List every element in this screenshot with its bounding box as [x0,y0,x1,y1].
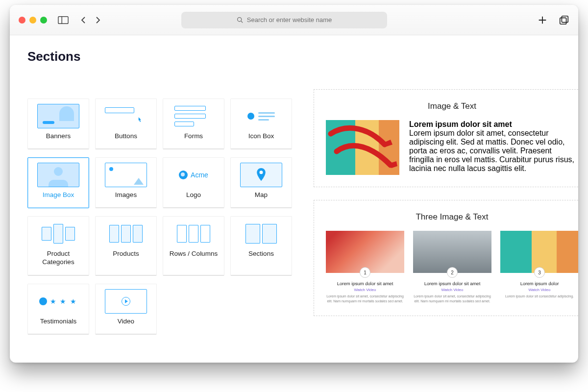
preview-image-placeholder: 3 [500,231,578,273]
tile-rows-columns[interactable]: Rows / Columns [163,216,224,276]
col-body: Lorem ipsum dolor sit amet, consectetur … [413,294,491,304]
page-content: Sections Banners Buttons Forms [10,35,578,363]
col-body: Lorem ipsum dolor sit amet, consectetur … [326,294,404,304]
tile-icon-box[interactable]: Icon Box [230,98,292,149]
tile-label: Image Box [43,191,74,199]
tile-banners[interactable]: Banners [27,98,89,149]
preview-title: Image & Text [326,101,578,111]
step-badge: 3 [534,267,545,278]
col-title: Lorem ipsum dolor [500,281,578,286]
tile-forms[interactable]: Forms [163,98,224,149]
col-title: Lorem ipsum dolor sit amet [326,281,404,286]
svg-point-2 [237,18,241,22]
close-window[interactable] [19,17,25,24]
tile-products[interactable]: Products [95,216,157,276]
preview-column: 3 Lorem ipsum dolor Watch Video Lorem ip… [500,231,578,304]
sidebar-toggle-icon[interactable] [58,16,69,24]
preview-three-image-text[interactable]: Three Image & Text 1 Lorem ipsum dolor s… [314,200,578,316]
svg-rect-7 [560,18,566,24]
buttons-icon [105,104,147,128]
maximize-window[interactable] [40,17,47,24]
preview-image-placeholder: 1 [326,231,404,273]
icon-box-icon [240,104,282,128]
col-link[interactable]: Watch Video [326,288,404,292]
sections-icon [240,221,282,246]
tile-product-categories[interactable]: Product Categories [27,216,89,276]
svg-line-3 [241,21,243,23]
col-link[interactable]: Watch Video [413,288,491,292]
product-categories-icon [37,221,79,246]
svg-point-8 [260,171,263,174]
preview-column: 1 Lorem ipsum dolor sit amet Watch Video… [326,231,404,304]
address-bar[interactable]: Search or enter website name [181,12,387,28]
preview-pane: Image & Text Lorem ipsum dolor sit amet … [314,35,578,363]
testimonials-icon: ★ ★ ★ [37,289,79,314]
step-badge: 1 [360,267,370,278]
tile-label: Rows / Columns [170,250,218,258]
preview-image-placeholder: 2 [413,231,491,273]
forward-button[interactable] [94,16,102,24]
browser-window: Search or enter website name Sections Ba… [10,5,578,363]
logo-icon: Acme [172,163,215,187]
browser-toolbar: Search or enter website name [10,5,578,35]
tile-label: Products [113,250,139,258]
tile-label: Logo [186,191,201,199]
tile-label: Map [255,191,268,199]
address-bar-placeholder: Search or enter website name [247,16,332,24]
preview-image-text[interactable]: Image & Text Lorem ipsum dolor sit amet … [314,89,578,187]
window-controls [19,17,47,24]
tile-label: Icon Box [248,132,274,141]
col-link[interactable]: Watch Video [500,288,578,292]
step-badge: 2 [447,267,458,278]
svg-rect-0 [58,16,68,24]
images-icon [105,163,147,187]
tile-label: Sections [248,250,274,258]
tile-buttons[interactable]: Buttons [95,98,157,149]
back-button[interactable] [79,16,87,24]
new-tab-button[interactable] [537,15,548,25]
nav-arrows [79,16,102,24]
preview-column: 2 Lorem ipsum dolor sit amet Watch Video… [413,231,491,304]
preview-image-placeholder [326,120,399,175]
col-body: Lorem ipsum dolor sit consectetur adipis… [500,294,578,299]
tile-label: Testimonials [40,318,76,326]
search-icon [237,17,243,23]
preview-body: Lorem ipsum dolor sit amet, consectetur … [409,129,578,173]
tile-map[interactable]: Map [230,157,292,208]
rows-columns-icon [172,221,215,246]
tile-video[interactable]: Video [95,284,157,335]
col-title: Lorem ipsum dolor sit amet [413,281,491,286]
svg-rect-6 [562,16,568,22]
tile-label: Product Categories [31,250,86,267]
section-grid: Banners Buttons Forms Icon Box [27,98,314,335]
video-icon [105,289,147,314]
forms-icon [172,104,215,128]
map-pin-icon [240,163,282,187]
tile-image-box[interactable]: Image Box [27,157,89,208]
products-icon [105,221,147,246]
tile-label: Video [118,318,134,326]
tile-label: Forms [184,132,203,141]
sections-panel: Sections Banners Buttons Forms [10,35,314,363]
tile-logo[interactable]: Acme Logo [163,157,224,208]
minimize-window[interactable] [29,17,36,24]
image-box-icon [37,163,79,187]
tabs-overview-button[interactable] [559,15,569,25]
legs-illustration [326,120,399,175]
tile-images[interactable]: Images [95,157,157,208]
tile-label: Images [115,191,137,199]
tile-label: Buttons [115,132,137,141]
preview-title: Three Image & Text [326,212,578,222]
preview-heading: Lorem ipsum dolor sit amet [409,120,578,129]
tile-label: Banners [46,132,71,141]
tile-testimonials[interactable]: ★ ★ ★ Testimonials [27,284,89,335]
page-title: Sections [27,49,314,64]
tile-sections[interactable]: Sections [230,216,292,276]
banners-icon [37,104,79,128]
